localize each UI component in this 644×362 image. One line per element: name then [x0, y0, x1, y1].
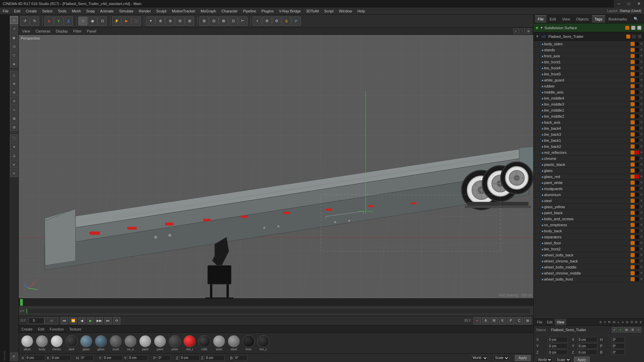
flag-black[interactable]	[635, 229, 639, 233]
layout-3-button[interactable]: ⊠	[219, 16, 228, 26]
attr-icon-e[interactable]: E	[634, 320, 638, 324]
filter-tab[interactable]: Filter	[72, 29, 83, 33]
render-button[interactable]: ▶	[122, 16, 131, 26]
panel-tab[interactable]: Panel	[86, 29, 98, 33]
obj-glass_yellow[interactable]: ▲ glass_yellow ✕	[534, 204, 644, 210]
attr-btn-check2[interactable]: ✓	[618, 327, 623, 333]
flag-black[interactable]	[635, 253, 639, 257]
material-plast[interactable]: plast	[168, 335, 181, 351]
maximize-button[interactable]: □	[624, 0, 634, 7]
flag-black[interactable]	[635, 181, 639, 185]
flag-orange[interactable]	[631, 187, 635, 191]
y-pos-input[interactable]	[103, 355, 123, 361]
flag-black[interactable]	[635, 163, 639, 167]
attr-tab-file[interactable]: File	[535, 319, 544, 325]
attr-b-input[interactable]	[611, 350, 625, 355]
flag-x[interactable]: ✕	[639, 229, 643, 233]
subdiv-expand-icon[interactable]: ▼	[540, 26, 543, 29]
flag-black[interactable]	[635, 126, 639, 130]
tool-paint[interactable]: ⊕	[10, 79, 18, 87]
tab-view[interactable]: View	[559, 15, 573, 23]
menu-tools[interactable]: Tools	[55, 7, 69, 15]
attr-tab-view[interactable]: View	[555, 319, 566, 325]
attr-scale-select[interactable]: Scale	[555, 357, 571, 362]
z-pos-input[interactable]	[179, 355, 200, 361]
z-size-input[interactable]	[205, 355, 225, 361]
tab-bookmarks[interactable]: Bookmarks	[606, 15, 630, 23]
camera-anim-button[interactable]: C	[516, 317, 523, 324]
grid-button[interactable]: ⊞	[524, 317, 531, 324]
obj-stands[interactable]: ▲ stands ✕	[534, 47, 644, 53]
attr-apply-button[interactable]: Apply	[574, 357, 590, 362]
obj-tire_back4[interactable]: ▲ tire_back4 ✕	[534, 125, 644, 131]
loop-button[interactable]: ⟳	[113, 317, 120, 324]
world-select[interactable]: World Object Local	[471, 355, 488, 361]
tool-light[interactable]: ✦	[10, 143, 18, 151]
timeline-track[interactable]: 0 F	[19, 306, 533, 316]
y-size-input[interactable]	[128, 355, 148, 361]
obj-bolts_and_screws[interactable]: ▲ bolts_and_screws ✕	[534, 216, 644, 222]
x-pos-input[interactable]	[25, 355, 45, 361]
param-button[interactable]: P	[507, 317, 515, 324]
flag-x[interactable]: ✕	[639, 271, 643, 275]
attr-z-input[interactable]	[548, 350, 568, 355]
flag-black[interactable]	[635, 205, 639, 209]
auto-key-button[interactable]: A	[482, 317, 489, 324]
flag-black[interactable]	[635, 169, 639, 173]
flag-x[interactable]: ✕	[639, 96, 643, 100]
flag-x[interactable]: ✕	[639, 223, 643, 227]
flag-orange[interactable]	[631, 265, 635, 269]
scale-button[interactable]: ⊡	[98, 16, 107, 26]
flag-x[interactable]: ✕	[639, 42, 643, 46]
obj-tire_front1[interactable]: ▲ tire_front1 ✕	[534, 59, 644, 65]
tool-move[interactable]: ↗	[10, 25, 18, 33]
menu-mesh[interactable]: Mesh	[69, 7, 84, 15]
flag-black[interactable]	[635, 132, 639, 136]
obj-tire_front3[interactable]: ▲ tire_front3 ✕	[534, 71, 644, 77]
flag-x[interactable]: ✕	[639, 187, 643, 191]
obj-front_axis[interactable]: ▲ front_axis ✕	[534, 53, 644, 59]
x-size-input[interactable]	[51, 355, 71, 361]
redo-button[interactable]: ↻	[30, 16, 39, 26]
x-axis-button[interactable]: X	[44, 16, 54, 26]
flag-orange[interactable]	[631, 241, 635, 245]
workplane-button[interactable]: ⊞	[185, 16, 194, 26]
flag-orange[interactable]	[631, 163, 635, 167]
display-tab[interactable]: Display	[54, 29, 69, 33]
material-red-t[interactable]: red_t	[183, 335, 196, 351]
layout-1-button[interactable]: ⊞	[199, 16, 209, 26]
tool-material[interactable]: ⊋	[10, 152, 18, 160]
menu-character[interactable]: Character	[219, 7, 240, 15]
timeline-ruler[interactable]: 0 5 10 15 20 25 30 35 40 45 50 55 60 65 …	[19, 299, 533, 306]
tool-particles[interactable]: ⊍	[10, 169, 18, 177]
flag-black[interactable]	[635, 157, 639, 161]
flag-x[interactable]: ✕	[639, 90, 643, 94]
layout-4-button[interactable]: ⊡	[228, 16, 238, 26]
flag-orange[interactable]	[631, 90, 635, 94]
menu-plugins[interactable]: Plugins	[259, 7, 276, 15]
menu-edit[interactable]: Edit	[11, 7, 23, 15]
subdiv-flag-orange[interactable]	[625, 26, 629, 30]
flag-black[interactable]	[635, 90, 639, 94]
flag-black[interactable]	[635, 217, 639, 221]
mat-edit-btn[interactable]: Edit	[37, 327, 46, 331]
flag-x[interactable]: ✕	[639, 132, 643, 136]
menu-3dtoall[interactable]: 3DToAll	[304, 7, 322, 15]
timeline-playhead[interactable]	[20, 299, 23, 306]
tool-spline[interactable]: ⧈	[10, 97, 18, 105]
flag-x[interactable]: ✕	[639, 247, 643, 251]
menu-help[interactable]: Help	[355, 7, 368, 15]
material-rubb[interactable]: rubb	[198, 335, 211, 351]
attr-icon-m[interactable]: M	[612, 320, 616, 324]
menu-sculpt[interactable]: Sculpt	[154, 7, 169, 15]
apply-button[interactable]: Apply	[515, 355, 531, 361]
layout-2-button[interactable]: ⊟	[209, 16, 218, 26]
python-button[interactable]: P	[291, 16, 301, 26]
menu-file[interactable]: File	[0, 7, 11, 15]
material-paint2[interactable]: paint	[154, 335, 166, 351]
flag-orange[interactable]	[631, 132, 635, 136]
flag-orange[interactable]	[631, 217, 635, 221]
attr-x-input[interactable]	[548, 337, 568, 342]
attr-z2-input[interactable]	[577, 350, 597, 355]
viewport-corner-btn3[interactable]: ⊞	[526, 28, 531, 34]
